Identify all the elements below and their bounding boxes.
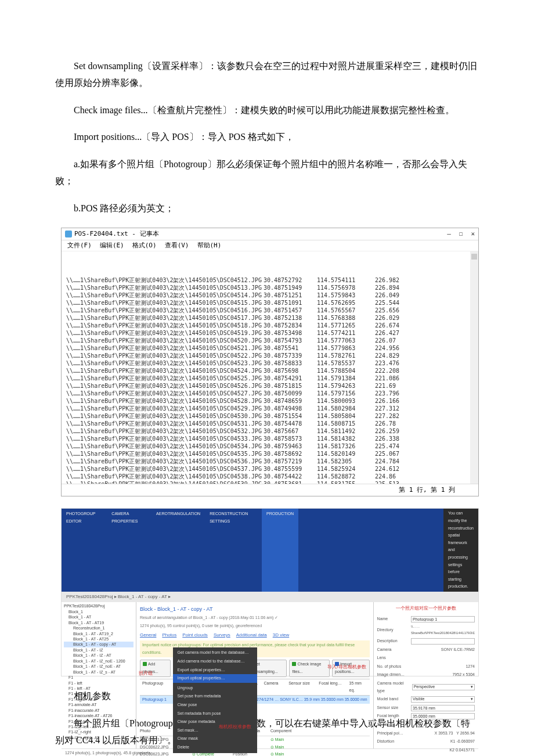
sensor-size-field[interactable] [411, 705, 475, 711]
chevron-down-icon: ▾ [471, 683, 473, 691]
text-line: \\……1\ShareBuf\PPK正射测试0403\2架次\14450105\… [66, 322, 474, 329]
window-title: POS-F20404.txt - 记事本 [74, 230, 159, 238]
tree-item[interactable]: F1-inaccurate-AT [64, 708, 134, 713]
text-line: \\……1\ShareBuf\PPK正射测试0403\2架次\14450105\… [66, 435, 474, 442]
tree-item[interactable]: F1-IZ_r-right [64, 729, 134, 735]
tree-item[interactable]: Block_1 - AT - AT25 [64, 636, 134, 642]
menu-help[interactable]: 帮助(H) [197, 242, 222, 250]
tree-item[interactable]: F1-IZ_r-left - AT [64, 724, 134, 729]
tree-item[interactable]: Reconstruction_1 [64, 625, 134, 631]
notepad-window: POS-F20404.txt - 记事本 — ☐ ✕ 文件(F) 编辑(E) 格… [61, 228, 479, 497]
context-menu-item[interactable]: Clear pose [173, 701, 257, 710]
context-menu-item[interactable]: Get camera model from the database… [173, 649, 257, 657]
text-line: \\……1\ShareBuf\PPK正射测试0403\2架次\14450105\… [66, 291, 474, 299]
text-line: \\……1\ShareBuf\PPK正射测试0403\2架次\14450105\… [66, 382, 474, 390]
annotation: 一个照片组对应一个照片参数 [377, 604, 475, 613]
block-subtitle: Result of aerotriangulation of Block_1 -… [140, 614, 370, 622]
tree-item[interactable]: Block_1 - AT - IZ_s - AT [64, 669, 134, 675]
top-tab[interactable]: CAMERA PROPERTIES [107, 509, 151, 592]
name-field[interactable] [411, 616, 475, 622]
tree-item[interactable]: Block_1 - AT - AT19_2 [64, 631, 134, 636]
context-menu-item[interactable]: Clear mask [173, 735, 257, 743]
menu-format[interactable]: 格式(O) [132, 242, 157, 250]
tree-item[interactable]: F1 - left - AT [64, 686, 134, 691]
context-menu-item[interactable]: Add camera model to the database… [173, 657, 257, 666]
close-button[interactable]: ✕ [471, 230, 475, 238]
text-line: \\……1\ShareBuf\PPK正射测试0403\2架次\14450105\… [66, 458, 474, 465]
context-menu-item[interactable]: Set metadata from pose [173, 710, 257, 718]
paragraph: Set downsampling〔设置采样率〕：该参数只会在空三的过程中对照片进… [55, 58, 479, 92]
tab-pointclouds[interactable]: Point clouds [182, 631, 208, 639]
directory-value: \\……ShareBuf\PPKTest20180428\14411793\D [411, 624, 475, 636]
minimize-button[interactable]: — [447, 230, 451, 238]
tree-item[interactable]: F1-annotate-AT [64, 702, 134, 707]
focal-length-field[interactable] [411, 713, 475, 719]
tree-item[interactable]: Block_1 [64, 609, 134, 614]
tab-photos[interactable]: Photos [162, 631, 176, 639]
paragraph: a.如果有多个照片组〔Photogroup〕那么必须保证每个照片组中的照片名称唯… [55, 156, 479, 190]
tree-item[interactable]: F1-inaccurate-AT - AT26 [64, 713, 134, 718]
menu-view[interactable]: 查看(V) [165, 242, 189, 250]
top-message: You can modify the reconstruction spatia… [443, 509, 478, 592]
tree-item[interactable]: F1-IZ_r-right - AT [64, 735, 134, 740]
check-icon [292, 662, 296, 666]
annotation: 相机模校准参数 [219, 723, 251, 731]
notepad-icon [65, 231, 72, 237]
top-tab[interactable]: RECONSTRUCTION SETTINGS [205, 509, 262, 592]
dimensions-value: 7952 x 5304 [452, 671, 475, 679]
tab-general[interactable]: General [140, 631, 156, 639]
project-tree[interactable]: PPKTest20180428ProjBlock_1Block_1 - ATBl… [62, 602, 136, 748]
text-line: \\……1\ShareBuf\PPK正射测试0403\2架次\14450105\… [66, 427, 474, 435]
text-line: \\……1\ShareBuf\PPK正射测试0403\2架次\14450105\… [66, 359, 474, 367]
properties-panel: 一个照片组对应一个照片参数 Name Directory\\……ShareBuf… [373, 602, 478, 748]
annotation: 导入/导出相机参数 [327, 663, 366, 671]
tree-item[interactable]: F1 - right - AT [64, 697, 134, 702]
plus-icon [143, 662, 147, 666]
text-line: \\……1\ShareBuf\PPK正射测试0403\2架次\14450105\… [66, 465, 474, 473]
tree-item[interactable]: F1 - left [64, 681, 134, 686]
top-tab[interactable]: PHOTOGROUP EDITOR [62, 509, 107, 592]
context-menu-item[interactable]: Ungroup [173, 684, 257, 693]
photo-count: 1274 [466, 663, 475, 671]
menu-file[interactable]: 文件(F) [67, 242, 92, 250]
tree-item[interactable]: Block_1 - AT - AT19 [64, 620, 134, 625]
context-menu-item[interactable]: Delete [173, 743, 257, 752]
context-menu[interactable]: Get camera model from the database…Add c… [173, 647, 257, 753]
top-tab-active[interactable]: PRODUCTION [262, 509, 298, 592]
text-line: \\……1\ShareBuf\PPK正射测试0403\2架次\14450105\… [66, 344, 474, 352]
description-field[interactable] [411, 638, 475, 645]
tree-item[interactable]: Block_1 - AT - copy - AT [64, 642, 134, 647]
tree-item[interactable]: Block_1 - AT [64, 614, 134, 620]
camera-type-select[interactable]: Perspective▾ [412, 684, 475, 690]
camera-value: SONY ILCE-7RM2 [441, 646, 475, 654]
tree-item[interactable]: Block_1 - AT - IZ_noE - AT [64, 664, 134, 669]
tree-item[interactable]: PPKTest20180428Proj [64, 603, 134, 609]
tree-item[interactable]: F1 - right [64, 691, 134, 696]
menu-edit[interactable]: 编辑(E) [100, 242, 124, 250]
band-select[interactable]: Visible▾ [411, 696, 475, 703]
text-line: \\……1\ShareBuf\PPK正射测试0403\2架次\14450105\… [66, 480, 474, 484]
context-menu-item[interactable]: Import optical properties… [173, 674, 257, 683]
text-area[interactable]: \\……1\ShareBuf\PPK正射测试0403\2架次\14450105\… [62, 251, 478, 484]
paragraph: Import positions...〔导入 POS〕：导入 POS 格式如下， [55, 129, 479, 146]
tree-item[interactable]: Block_1 - AT - IZ [64, 647, 134, 653]
tab-additional[interactable]: Additional data [236, 631, 267, 639]
top-tabs: PHOTOGROUP EDITOR CAMERA PROPERTIES AERO… [62, 509, 478, 592]
tab-surveys[interactable]: Surveys [214, 631, 230, 639]
maximize-button[interactable]: ☐ [459, 230, 463, 238]
tree-item[interactable]: F1-IZ_r-left [64, 719, 134, 724]
text-line: \\……1\ShareBuf\PPK正射测试0403\2架次\14450105\… [66, 405, 474, 412]
check-files-button[interactable]: Check image files... [289, 660, 330, 676]
annotation: 照片组 [139, 669, 153, 678]
text-line: \\……1\ShareBuf\PPK正射测试0403\2架次\14450105\… [66, 307, 474, 314]
tab-3dview[interactable]: 3D view [273, 631, 289, 639]
tree-item[interactable]: F1 [64, 675, 134, 680]
context-menu-item[interactable]: Export optical properties… [173, 666, 257, 675]
text-line: \\……1\ShareBuf\PPK正射测试0403\2架次\14450105\… [66, 367, 474, 375]
top-tab[interactable]: AEROTRIANGULATION [151, 509, 205, 592]
tree-item[interactable]: Block_1 - AT - IZ_noE - 1200 [64, 658, 134, 664]
scrollbar[interactable] [470, 251, 478, 484]
context-menu-item[interactable]: Set pose from metadata [173, 692, 257, 701]
text-line: \\……1\ShareBuf\PPK正射测试0403\2架次\14450105\… [66, 352, 474, 359]
tree-item[interactable]: Block_1 - AT - IZ - AT [64, 653, 134, 658]
